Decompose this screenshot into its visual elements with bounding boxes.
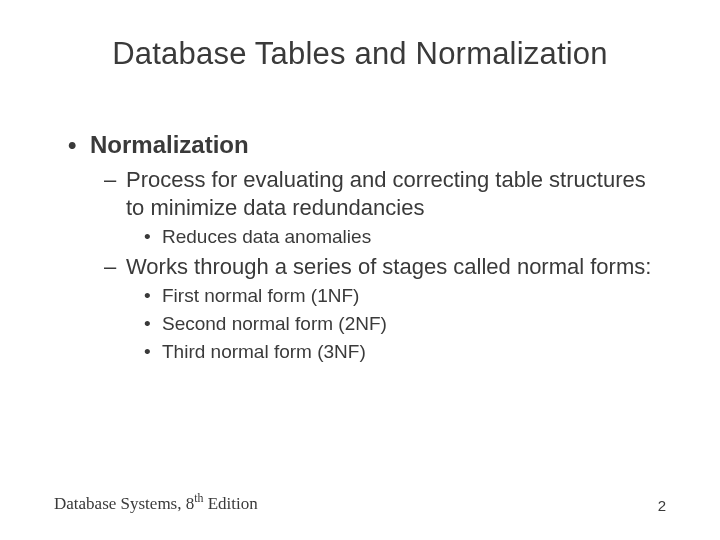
- slide: Database Tables and Normalization Normal…: [0, 0, 720, 540]
- bullet-level3: Third normal form (3NF): [68, 340, 660, 364]
- footer-book: Database Systems, 8th Edition: [54, 494, 258, 513]
- slide-body: Normalization Process for evaluating and…: [68, 130, 660, 368]
- slide-footer: Database Systems, 8th Edition 2: [54, 491, 666, 514]
- page-number: 2: [658, 497, 666, 514]
- bullet-level2: Works through a series of stages called …: [68, 253, 660, 281]
- bullet-level3: First normal form (1NF): [68, 284, 660, 308]
- footer-book-prefix: Database Systems, 8: [54, 494, 194, 513]
- bullet-level2: Process for evaluating and correcting ta…: [68, 166, 660, 221]
- slide-title: Database Tables and Normalization: [0, 36, 720, 72]
- bullet-level1: Normalization: [68, 130, 660, 160]
- footer-book-suffix: Edition: [203, 494, 257, 513]
- bullet-level3: Second normal form (2NF): [68, 312, 660, 336]
- bullet-level3: Reduces data anomalies: [68, 225, 660, 249]
